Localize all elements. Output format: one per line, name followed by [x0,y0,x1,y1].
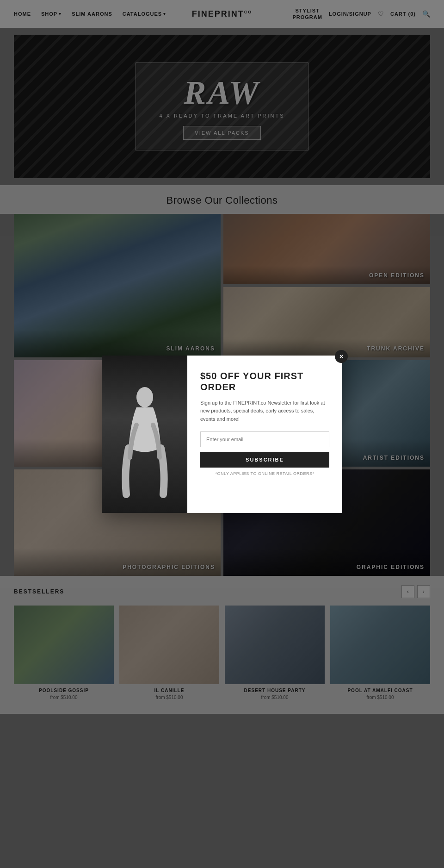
popup-image-panel [102,356,187,513]
popup-overlay: × $50 OFF YOUR FIRST ORDER Sign up to th… [0,0,444,714]
popup-content-panel: $50 OFF YOUR FIRST ORDER Sign up to the … [187,356,342,513]
popup-close-button[interactable]: × [335,350,348,363]
popup-title: $50 OFF YOUR FIRST ORDER [200,370,329,393]
popup-disclaimer: *ONLY APPLIES TO ONLINE RETAIL ORDERS* [200,471,329,476]
popup-modal: × $50 OFF YOUR FIRST ORDER Sign up to th… [102,356,342,513]
popup-figure-icon [117,383,173,513]
popup-description: Sign up to the FINEPRINT.co Newsletter f… [200,399,329,424]
popup-subscribe-button[interactable]: SUBSCRIBE [200,452,329,468]
svg-point-0 [136,387,153,407]
popup-email-input[interactable] [200,431,329,447]
